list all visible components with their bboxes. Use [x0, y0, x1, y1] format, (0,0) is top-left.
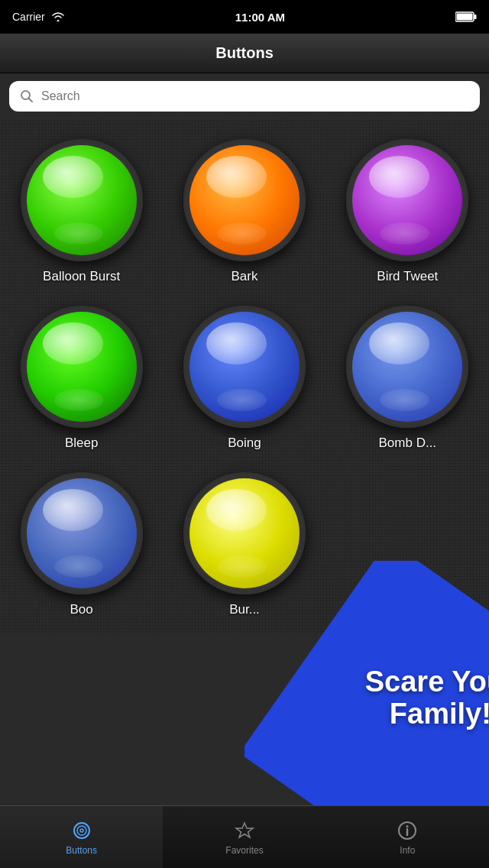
svg-point-11 — [406, 825, 409, 828]
grid-item-bomb-drop[interactable]: Bomb D... — [326, 293, 489, 460]
svg-point-5 — [74, 823, 89, 838]
search-bar[interactable] — [9, 81, 480, 112]
btn-label-boo: Boo — [70, 602, 93, 617]
btn-label-bark: Bark — [232, 269, 258, 284]
grid-item-burp[interactable]: Bur... — [163, 460, 325, 627]
tab-buttons-icon — [70, 819, 93, 842]
btn-outer-boing — [183, 306, 306, 428]
btn-outer-bark — [183, 139, 306, 261]
nav-title: Buttons — [215, 44, 274, 62]
grid-item-bird-tweet[interactable]: Bird Tweet — [326, 127, 489, 293]
search-container — [0, 73, 489, 119]
status-right — [455, 11, 477, 22]
promo-text: Scare Your Family! — [364, 666, 489, 730]
btn-label-bomb-drop: Bomb D... — [379, 436, 437, 451]
grid-item-bleep[interactable]: Bleep — [0, 293, 163, 460]
svg-point-7 — [80, 829, 83, 832]
button-grid: Balloon BurstBarkBird TweetBleepBoingBom… — [0, 119, 489, 634]
tab-buttons[interactable]: Buttons — [0, 806, 163, 868]
btn-inner-balloon-burst — [27, 145, 137, 255]
btn-inner-burp — [189, 478, 300, 588]
status-left: Carrier — [12, 11, 65, 23]
btn-label-bird-tweet: Bird Tweet — [377, 269, 438, 284]
tab-info[interactable]: Info — [326, 806, 489, 868]
grid-item-boo[interactable]: Boo — [0, 460, 163, 627]
tab-buttons-label: Buttons — [66, 845, 97, 856]
tab-info-icon — [396, 819, 419, 842]
search-input[interactable] — [41, 89, 469, 103]
btn-outer-balloon-burst — [21, 139, 143, 261]
svg-marker-8 — [236, 823, 253, 837]
tab-info-label: Info — [400, 845, 415, 856]
wifi-icon — [51, 11, 65, 22]
status-bar: Carrier 11:00 AM — [0, 0, 489, 34]
svg-point-6 — [77, 826, 86, 835]
status-time: 11:00 AM — [235, 11, 285, 24]
btn-outer-bleep — [21, 306, 143, 428]
svg-rect-2 — [457, 14, 473, 21]
btn-inner-boing — [189, 312, 300, 422]
svg-line-4 — [29, 99, 33, 102]
btn-label-bleep: Bleep — [65, 436, 98, 451]
btn-inner-bird-tweet — [352, 145, 462, 255]
svg-rect-1 — [474, 15, 477, 19]
tab-favorites[interactable]: Favorites — [163, 806, 325, 868]
btn-label-boing: Boing — [228, 436, 261, 451]
tab-favorites-label: Favorites — [225, 845, 263, 856]
btn-outer-burp — [183, 472, 306, 594]
btn-label-balloon-burst: Balloon Burst — [43, 269, 120, 284]
btn-inner-bomb-drop — [352, 312, 462, 422]
btn-inner-boo — [27, 478, 137, 588]
btn-outer-bird-tweet — [346, 139, 468, 261]
battery-icon — [455, 11, 477, 22]
btn-inner-bleep — [27, 312, 137, 422]
grid-item-bark[interactable]: Bark — [163, 127, 325, 293]
carrier-label: Carrier — [12, 11, 45, 23]
btn-inner-bark — [189, 145, 300, 255]
search-icon — [20, 89, 34, 103]
grid-item-balloon-burst[interactable]: Balloon Burst — [0, 127, 163, 293]
tab-bar: Buttons Favorites Info — [0, 805, 489, 868]
btn-label-burp: Bur... — [229, 602, 260, 617]
grid-item-boing[interactable]: Boing — [163, 293, 325, 460]
tab-favorites-icon — [233, 819, 256, 842]
btn-outer-bomb-drop — [346, 306, 468, 428]
btn-outer-boo — [21, 472, 143, 594]
nav-bar: Buttons — [0, 34, 489, 73]
